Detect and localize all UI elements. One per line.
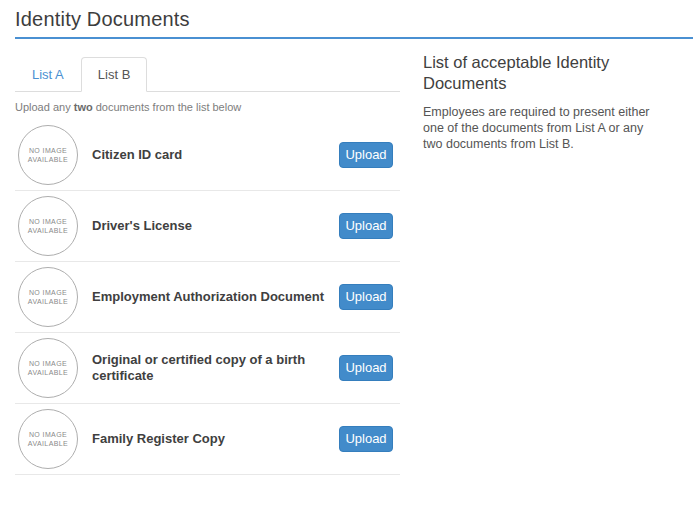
instruction-prefix: Upload any bbox=[15, 101, 74, 113]
no-image-line2: AVAILABLE bbox=[28, 297, 68, 306]
instruction-suffix: documents from the list below bbox=[93, 101, 242, 113]
document-row-birth-certificate: NO IMAGE AVAILABLE Original or certified… bbox=[15, 333, 400, 404]
upload-button[interactable]: Upload bbox=[339, 142, 393, 168]
no-image-line1: NO IMAGE bbox=[29, 430, 67, 439]
no-image-placeholder: NO IMAGE AVAILABLE bbox=[18, 125, 78, 185]
upload-button[interactable]: Upload bbox=[339, 355, 393, 381]
upload-button[interactable]: Upload bbox=[339, 426, 393, 452]
no-image-line1: NO IMAGE bbox=[29, 146, 67, 155]
no-image-placeholder: NO IMAGE AVAILABLE bbox=[18, 196, 78, 256]
document-name: Employment Authorization Document bbox=[92, 289, 332, 305]
no-image-placeholder: NO IMAGE AVAILABLE bbox=[18, 267, 78, 327]
no-image-line1: NO IMAGE bbox=[29, 217, 67, 226]
instruction-count: two bbox=[74, 101, 93, 113]
no-image-line2: AVAILABLE bbox=[28, 439, 68, 448]
tab-list-b[interactable]: List B bbox=[81, 57, 148, 92]
document-name: Driver's License bbox=[92, 218, 332, 234]
document-row-drivers-license: NO IMAGE AVAILABLE Driver's License Uplo… bbox=[15, 191, 400, 262]
no-image-placeholder: NO IMAGE AVAILABLE bbox=[18, 409, 78, 469]
document-row-citizen-id: NO IMAGE AVAILABLE Citizen ID card Uploa… bbox=[15, 120, 400, 191]
page-header: Identity Documents bbox=[15, 0, 693, 39]
document-name: Citizen ID card bbox=[92, 147, 332, 163]
main-layout: List A List B Upload any two documents f… bbox=[0, 39, 693, 475]
upload-instruction: Upload any two documents from the list b… bbox=[15, 101, 400, 113]
info-panel-heading: List of acceptable Identity Documents bbox=[423, 52, 638, 94]
no-image-placeholder: NO IMAGE AVAILABLE bbox=[18, 338, 78, 398]
no-image-line2: AVAILABLE bbox=[28, 155, 68, 164]
upload-button[interactable]: Upload bbox=[339, 213, 393, 239]
document-name: Original or certified copy of a birth ce… bbox=[92, 352, 332, 384]
documents-panel: List A List B Upload any two documents f… bbox=[0, 39, 400, 475]
tab-bar: List A List B bbox=[15, 56, 400, 92]
upload-button[interactable]: Upload bbox=[339, 284, 393, 310]
page-title: Identity Documents bbox=[15, 8, 693, 31]
document-name: Family Register Copy bbox=[92, 431, 332, 447]
info-panel: List of acceptable Identity Documents Em… bbox=[400, 52, 670, 152]
document-row-employment-authorization: NO IMAGE AVAILABLE Employment Authorizat… bbox=[15, 262, 400, 333]
no-image-line1: NO IMAGE bbox=[29, 359, 67, 368]
tab-list-a[interactable]: List A bbox=[15, 57, 81, 92]
document-row-family-register: NO IMAGE AVAILABLE Family Register Copy … bbox=[15, 404, 400, 475]
no-image-line2: AVAILABLE bbox=[28, 226, 68, 235]
no-image-line2: AVAILABLE bbox=[28, 368, 68, 377]
info-panel-body: Employees are required to present either… bbox=[423, 104, 663, 152]
no-image-line1: NO IMAGE bbox=[29, 288, 67, 297]
document-list: NO IMAGE AVAILABLE Citizen ID card Uploa… bbox=[15, 120, 400, 475]
